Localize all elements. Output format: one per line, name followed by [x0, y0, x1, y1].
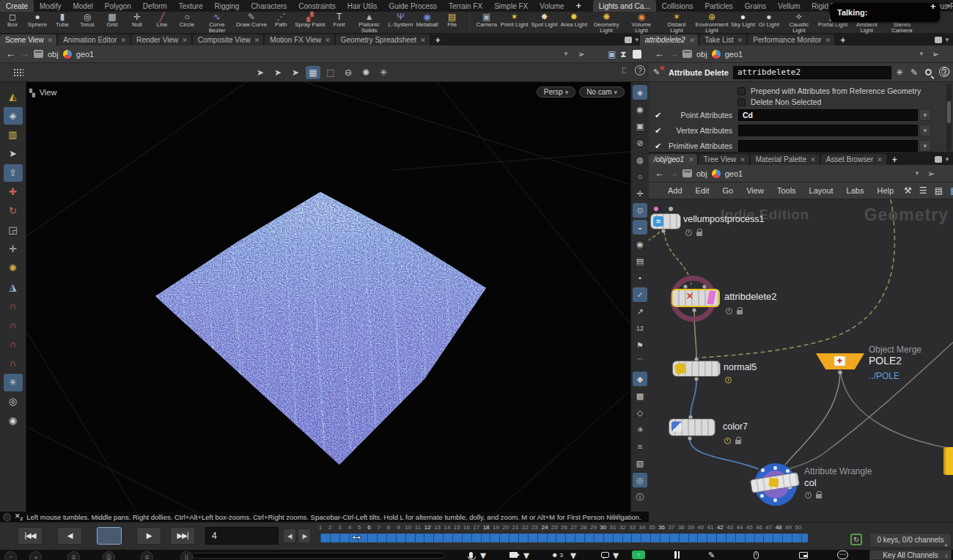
- shelf-tool-l-system[interactable]: ΨL-System: [387, 12, 415, 28]
- close-tab-icon[interactable]: ✕: [121, 37, 127, 44]
- palette-icon[interactable]: ▦: [947, 185, 953, 196]
- shelf-tab-constraints[interactable]: Constraints: [292, 0, 342, 12]
- forward-arrow-icon[interactable]: →: [20, 48, 29, 59]
- shelf-tool-distant-light[interactable]: ✶Distant Light: [659, 12, 694, 34]
- network-maximize-icon[interactable]: [935, 156, 942, 163]
- network-tab-asset-browser[interactable]: Asset Browser✕: [821, 154, 886, 165]
- network-menu-edit[interactable]: Edit: [690, 186, 715, 195]
- snap-point-tool[interactable]: ∩: [4, 336, 23, 353]
- participants-button[interactable]: ☻3: [551, 550, 563, 559]
- network-menu-tools[interactable]: Tools: [771, 186, 802, 195]
- node-label-normal5[interactable]: normal5: [724, 362, 757, 372]
- network-menu-go[interactable]: Go: [717, 186, 740, 195]
- viewport-canvas[interactable]: [26, 82, 630, 512]
- snap-curve-tool[interactable]: ∩: [4, 317, 23, 334]
- auto-update-icon[interactable]: ↻: [850, 534, 862, 545]
- param-field-vertex-attributes[interactable]: [738, 125, 918, 136]
- net-breadcrumb-obj[interactable]: obj: [696, 169, 707, 178]
- bottom-tool-icon-1[interactable]: ◑: [29, 551, 42, 560]
- pip-button[interactable]: [799, 550, 808, 559]
- shelf-menu-caret-icon[interactable]: ▼: [946, 3, 952, 10]
- network-menu-layout[interactable]: Layout: [803, 186, 839, 195]
- param-dropdown-icon[interactable]: ▼: [919, 109, 931, 121]
- walk-navigation-tool[interactable]: ◉: [4, 412, 23, 430]
- display-wire-icon[interactable]: ▤: [633, 254, 647, 268]
- shelf-tab-grains[interactable]: Grains: [739, 0, 772, 12]
- network-tab-tree-view[interactable]: Tree View✕: [699, 154, 749, 165]
- keys-status[interactable]: 0 keys, 0/0 channels▲: [869, 533, 952, 548]
- close-tab-icon[interactable]: ✕: [688, 156, 693, 163]
- pane-tab-render-view[interactable]: Render View✕: [131, 34, 191, 45]
- timeline-bar[interactable]: [320, 534, 808, 542]
- node-label-color7[interactable]: color7: [723, 421, 748, 432]
- net-geo-icon[interactable]: [712, 169, 721, 178]
- node-label-pole2[interactable]: POLE2: [869, 355, 902, 366]
- shelf-tool-curve-bezier[interactable]: ∿Curve Bezier: [199, 12, 235, 34]
- param-geo-icon[interactable]: [712, 50, 721, 59]
- shelf-tab-terrain-fx[interactable]: Terrain FX: [443, 0, 488, 12]
- play-button[interactable]: ▶: [136, 527, 161, 545]
- snap-grid-tool[interactable]: ∩: [4, 298, 23, 315]
- lasso-select-icon[interactable]: ➤: [288, 66, 303, 79]
- node-label-col[interactable]: col: [804, 477, 817, 488]
- node-name-field[interactable]: [733, 66, 891, 79]
- show-handles-tool[interactable]: ◭: [4, 88, 23, 106]
- select-tool[interactable]: ➤: [4, 145, 23, 163]
- param-forward-arrow-icon[interactable]: →: [669, 48, 678, 59]
- param-scrollbar[interactable]: [946, 84, 952, 151]
- shelf-tool-caustic-light[interactable]: ✧Caustic Light: [781, 12, 817, 34]
- pane-tab-composite-view[interactable]: Composite View✕: [193, 34, 264, 45]
- checkbox-delete-non-selected[interactable]: [737, 98, 746, 106]
- camera-menu-caret-icon[interactable]: ▾: [523, 550, 529, 559]
- close-tab-icon[interactable]: ✕: [810, 156, 816, 163]
- shelf-tool-torus[interactable]: ◎Torus: [75, 12, 100, 28]
- param-field-point-attributes[interactable]: Cd: [738, 109, 918, 121]
- search-icon[interactable]: [925, 69, 932, 75]
- network-menu-caret-icon[interactable]: ▼: [944, 156, 950, 163]
- shelf-tab-rigging[interactable]: Rigging: [208, 0, 245, 12]
- close-tab-icon[interactable]: ✕: [737, 37, 743, 44]
- network-editor[interactable]: Indie Edition Geometry: [649, 199, 953, 522]
- annotate-button[interactable]: ✎: [708, 550, 715, 559]
- more-options-button[interactable]: ⋯: [837, 550, 848, 559]
- node-ref-pole[interactable]: ../POLE: [869, 371, 899, 381]
- close-tab-icon[interactable]: ✕: [182, 37, 188, 44]
- param-breadcrumb-obj[interactable]: obj: [696, 50, 707, 59]
- display-diamond-icon[interactable]: ◇: [633, 405, 647, 420]
- help-circle-icon[interactable]: ?: [635, 65, 645, 75]
- point-cloud-object[interactable]: [136, 166, 518, 512]
- brush-icon[interactable]: ✎: [910, 67, 918, 78]
- dots-menu-icon[interactable]: ⁞⁚: [622, 66, 627, 75]
- persp-button[interactable]: Persp ▾: [537, 86, 575, 97]
- breadcrumb-obj[interactable]: obj: [48, 50, 59, 59]
- net-breadcrumb-geo1[interactable]: geo1: [725, 169, 743, 178]
- param-obj-icon[interactable]: [682, 50, 692, 58]
- shelf-tab-collisions[interactable]: Collisions: [656, 0, 699, 12]
- display-headlight-icon[interactable]: ✛: [633, 186, 647, 201]
- param-breadcrumb-geo1[interactable]: geo1: [725, 50, 743, 59]
- net-back-arrow-icon[interactable]: ←: [655, 168, 664, 179]
- key-all-channels-button[interactable]: Key All Channels⇕: [869, 550, 952, 560]
- network-tab-obj-geo1[interactable]: /obj/geo1✕: [649, 154, 697, 165]
- shelf-tool-grid[interactable]: ▦Grid: [100, 12, 125, 28]
- enable-check-icon[interactable]: ✔: [655, 141, 665, 151]
- node-normal5[interactable]: [673, 361, 720, 376]
- operator-icon[interactable]: ✳: [896, 67, 903, 78]
- display-normal-bulb-icon[interactable]: ⊙: [633, 203, 647, 218]
- display-info-icon[interactable]: ⓘ: [633, 490, 647, 504]
- select-orbit-icon[interactable]: ➤: [253, 66, 268, 79]
- mic-menu-caret-icon[interactable]: ▾: [480, 550, 486, 559]
- close-tab-icon[interactable]: ✕: [689, 37, 695, 44]
- shelf-tab-texture[interactable]: Texture: [173, 0, 209, 12]
- shelf-tool-circle[interactable]: ○Circle: [174, 12, 199, 28]
- param-pin-icon[interactable]: ➢: [932, 49, 939, 59]
- playhead-drag-cursor-icon[interactable]: ↔: [350, 528, 363, 543]
- viewport-menu-icon[interactable]: ▚: [29, 89, 35, 97]
- add-pane-tab-button[interactable]: +: [431, 35, 445, 45]
- shelf-tab-modify[interactable]: Modify: [34, 0, 67, 12]
- pane-maximize-icon-2[interactable]: [935, 37, 942, 43]
- display-background-icon[interactable]: ▧: [633, 456, 647, 471]
- display-ghost-icon[interactable]: ◍: [633, 152, 647, 167]
- node-vellumpostprocess1[interactable]: ≋: [651, 214, 680, 229]
- shelf-tool-line[interactable]: ╱Line: [150, 12, 174, 28]
